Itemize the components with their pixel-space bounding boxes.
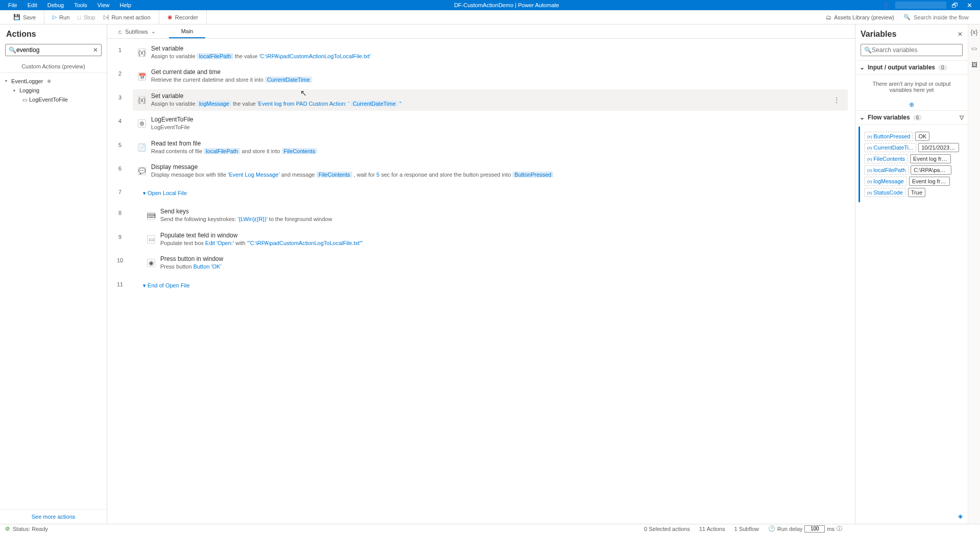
step-card[interactable]: {x}Set variableAssign to variable logMes… <box>133 89 848 111</box>
variable-row[interactable]: (x)ButtonPressedOK <box>864 132 962 141</box>
more-icon[interactable]: ⋮ <box>830 96 843 104</box>
step-card[interactable]: {x}Set variableAssign to variable localF… <box>133 42 848 63</box>
restore-button[interactable]: 🗗 <box>946 2 962 9</box>
step-card[interactable]: ⊕LogEventToFileLogEventToFile <box>133 113 848 134</box>
io-vars-header[interactable]: ⌄ Input / output variables 0 <box>855 60 968 75</box>
step-row[interactable]: 4⊕LogEventToFileLogEventToFile <box>107 112 855 135</box>
step-row[interactable]: 1{x}Set variableAssign to variable local… <box>107 41 855 64</box>
step-row[interactable]: 11▾ End of Open File <box>107 275 855 296</box>
step-icon: {x} <box>138 96 146 104</box>
step-row[interactable]: 10◉Press button in windowPress button Bu… <box>107 251 855 275</box>
variable-row[interactable]: (x)CurrentDateTi...10/21/2023 4:58:53... <box>864 143 962 152</box>
clear-icon[interactable]: ✕ <box>93 46 98 54</box>
run-next-button[interactable]: ▷| Run next action <box>101 13 154 21</box>
actions-count: 11 Actions <box>699 526 725 532</box>
menu-debug[interactable]: Debug <box>42 2 69 8</box>
variable-token[interactable]: logMessage <box>197 101 231 107</box>
actions-search[interactable]: 🔍 ✕ <box>5 44 102 56</box>
step-icon: ⊕ <box>138 119 146 128</box>
collapse-link[interactable]: ▾ End of Open File <box>138 279 195 292</box>
search-flow[interactable]: 🔍 <box>903 14 975 20</box>
variable-row[interactable]: (x)logMessageEvent log from PAD... <box>864 177 962 186</box>
tree-eventlogger[interactable]: ▾ EventLogger ◈ <box>2 76 105 86</box>
tab-main[interactable]: Main <box>169 25 206 38</box>
variable-icon: (x) <box>867 190 872 195</box>
variable-row[interactable]: (x)FileContentsEvent log from PAD... <box>864 154 962 163</box>
menu-view[interactable]: View <box>92 2 115 8</box>
step-card[interactable]: 💬Display messageDisplay message box with… <box>133 160 848 182</box>
flow-vars-header[interactable]: ⌄ Flow variables 6 ▽ <box>855 110 968 125</box>
variable-name[interactable]: (x)CurrentDateTi... <box>864 143 916 152</box>
literal-value: 'Event log from PAD Custom Action: ' <box>257 101 349 107</box>
variable-name[interactable]: (x)logMessage <box>864 177 907 186</box>
variable-row[interactable]: (x)localFilePathC:\RPA\padCusto... <box>864 165 962 175</box>
assets-library-button[interactable]: 🗂 Assets Library (preview) <box>823 13 897 21</box>
filter-icon[interactable]: ▽ <box>960 114 964 121</box>
flow-canvas[interactable]: 1{x}Set variableAssign to variable local… <box>107 39 855 524</box>
step-number: 7 <box>107 183 133 204</box>
variable-token[interactable]: FileContents <box>316 172 352 178</box>
vars-footer-icon[interactable]: ◈ <box>855 508 968 524</box>
actions-panel: Actions 🔍 ✕ Custom Actions (preview) ▾ E… <box>0 25 107 524</box>
step-card[interactable]: ⌨Send keysSend the following keystrokes:… <box>142 205 848 226</box>
close-button[interactable]: ✕ <box>962 2 977 9</box>
step-card[interactable]: 📄Read text from fileRead contents of fil… <box>133 137 848 158</box>
info-icon[interactable]: ⓘ <box>837 525 842 532</box>
collapse-row[interactable]: ▾ Open Local File <box>133 184 848 203</box>
step-row[interactable]: 8⌨Send keysSend the following keystrokes… <box>107 204 855 227</box>
step-card[interactable]: ◉Press button in windowPress button Butt… <box>142 252 848 274</box>
step-card[interactable]: 📅Get current date and timeRetrieve the c… <box>133 65 848 87</box>
run-button[interactable]: ▷ Run <box>50 13 72 21</box>
variables-search[interactable]: 🔍 <box>861 44 963 56</box>
variable-token[interactable]: localFilePath <box>204 148 240 154</box>
collapse-link[interactable]: ▾ Open Local File <box>138 187 192 200</box>
menu-edit[interactable]: Edit <box>22 2 42 8</box>
step-row[interactable]: 2📅Get current date and timeRetrieve the … <box>107 64 855 88</box>
run-delay-input[interactable] <box>804 525 825 532</box>
subflows-icon: ⎌ <box>118 29 122 35</box>
step-row[interactable]: 5📄Read text from fileRead contents of fi… <box>107 136 855 159</box>
tree-logeventtofile[interactable]: ▭ LogEventToFile <box>2 95 105 104</box>
menu-file[interactable]: File <box>3 2 22 8</box>
variables-toggle-icon[interactable]: {x} <box>970 29 977 36</box>
user-icon[interactable]: 👤 <box>877 2 895 9</box>
step-row[interactable]: 3{x}Set variableAssign to variable logMe… <box>107 88 855 112</box>
see-more-link[interactable]: See more actions <box>0 509 107 524</box>
menu-tools[interactable]: Tools <box>69 2 92 8</box>
recorder-button[interactable]: ◉ Recorder <box>164 13 201 21</box>
variable-token[interactable]: CurrentDateTime <box>265 77 312 83</box>
variables-search-input[interactable] <box>872 46 959 54</box>
step-row[interactable]: 7▾ Open Local File <box>107 183 855 204</box>
variable-row[interactable]: (x)StatusCodeTrue <box>864 188 962 197</box>
variable-name[interactable]: (x)localFilePath <box>864 165 909 175</box>
step-title: Display message <box>151 163 843 171</box>
step-row[interactable]: 6💬Display messageDisplay message box wit… <box>107 159 855 183</box>
status-dot-icon: ⊘ <box>5 525 10 532</box>
close-icon[interactable]: ✕ <box>958 31 963 38</box>
chevron-down-icon: ▾ <box>5 79 9 83</box>
variable-name[interactable]: (x)ButtonPressed <box>864 132 913 141</box>
step-row[interactable]: 9▭Populate text field in windowPopulate … <box>107 228 855 251</box>
actions-search-input[interactable] <box>16 46 93 54</box>
variable-token[interactable]: localFilePath <box>197 53 233 59</box>
variable-token[interactable]: FileContents <box>282 148 317 154</box>
tree-logging[interactable]: ▾ Logging <box>2 86 105 95</box>
stop-button[interactable]: □ Stop <box>75 13 98 21</box>
uielements-icon[interactable]: ▭ <box>971 45 977 52</box>
add-variable-button[interactable]: ⊕ <box>855 99 968 110</box>
step-title: LogEventToFile <box>151 116 843 123</box>
subflows-dropdown[interactable]: ⎌ Subflows ⌄ <box>112 28 162 35</box>
variable-token[interactable]: CurrentDateTime <box>351 101 398 107</box>
images-icon[interactable]: 🖼 <box>971 61 977 68</box>
title-bar: FileEditDebugToolsViewHelp DF-CustomActi… <box>0 0 980 10</box>
variable-name[interactable]: (x)FileContents <box>864 154 908 163</box>
variable-name[interactable]: (x)StatusCode <box>864 188 906 197</box>
run-next-label: Run next action <box>111 14 150 20</box>
menu-help[interactable]: Help <box>114 2 136 8</box>
search-flow-input[interactable] <box>914 14 970 20</box>
step-body: Display messageDisplay message box with … <box>151 163 843 179</box>
collapse-row[interactable]: ▾ End of Open File <box>133 276 848 295</box>
variable-token[interactable]: ButtonPressed <box>512 172 553 178</box>
step-card[interactable]: ▭Populate text field in windowPopulate t… <box>142 229 848 250</box>
save-button[interactable]: 💾 Save <box>10 13 39 21</box>
